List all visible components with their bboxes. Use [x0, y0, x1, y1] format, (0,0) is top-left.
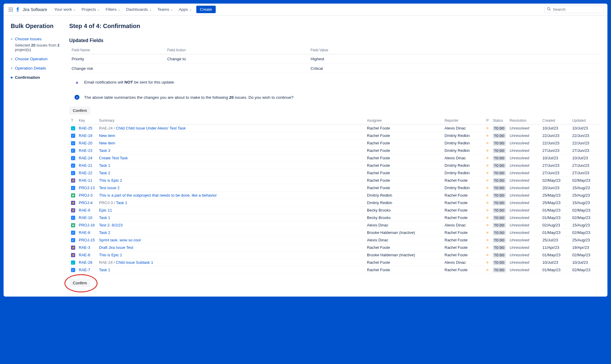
chevron-down-icon: ⌄	[189, 8, 192, 11]
svg-point-4	[10, 9, 11, 10]
issue-key-link[interactable]: PROJ-4	[79, 200, 92, 205]
nav-item-teams[interactable]: Teams⌄	[155, 6, 175, 13]
issue-type-icon: ✓	[71, 216, 75, 220]
issue-row: ✓RAE-20New itemRachel FooteDmitriy Redki…	[69, 139, 600, 147]
summary-link[interactable]: Child issue Subtask 1	[116, 260, 153, 265]
issue-key-link[interactable]: RAE-7	[79, 268, 90, 272]
app-switcher-icon[interactable]	[7, 6, 14, 13]
issue-key-link[interactable]: RAE-23	[79, 148, 92, 153]
issue-type-icon: ■	[71, 193, 75, 198]
issue-type-icon: ⚡	[71, 201, 75, 205]
summary-link[interactable]: This is a part of the subproject that ne…	[99, 193, 217, 198]
issue-key-link[interactable]: RAE-9	[79, 208, 90, 212]
svg-point-0	[9, 7, 10, 8]
summary-link[interactable]: Task 2	[99, 230, 110, 235]
issue-key-link[interactable]: PROJ-13	[79, 186, 95, 190]
status-badge: TO DO	[493, 178, 506, 183]
summary-link[interactable]: Task 1	[99, 215, 110, 220]
summary-link[interactable]: Test 2- 8/2/23	[99, 223, 123, 227]
priority-icon: ≡	[486, 126, 489, 130]
confirm-button-top[interactable]: Confirm	[69, 107, 90, 115]
summary-link[interactable]: Draft Jira Issue Test	[99, 245, 133, 250]
col-assignee[interactable]: Assignee	[365, 117, 443, 124]
step-choose-operation[interactable]: Choose Operation	[11, 57, 69, 61]
issue-key-link[interactable]: RAE-3	[79, 245, 90, 250]
issue-key-link[interactable]: RAE-26	[79, 260, 92, 265]
issue-key-link[interactable]: RAE-6	[79, 253, 90, 257]
col-summary[interactable]: Summary	[97, 117, 365, 124]
step-operation-details[interactable]: Operation Details	[11, 66, 69, 70]
summary-link[interactable]: Task 1	[116, 200, 127, 205]
summary-link[interactable]: This is Epic 1	[99, 253, 122, 257]
issue-key-link[interactable]: RAE-22	[79, 171, 92, 175]
issue-key-link[interactable]: RAE-20	[79, 141, 92, 145]
summary-link[interactable]: Task 3	[99, 148, 110, 153]
issue-key-link[interactable]: PROJ-3	[79, 193, 92, 198]
search-box[interactable]	[544, 6, 604, 13]
status-badge: TO DO	[493, 156, 506, 161]
nav-item-apps[interactable]: Apps⌄	[176, 6, 194, 13]
summary-link[interactable]: Create Test Task	[99, 156, 128, 160]
step-choose-issues[interactable]: Choose IssuesSelected 20 issues from 2 p…	[11, 37, 69, 52]
summary-link[interactable]: Child Child Issue Under Alexis' Test Tas…	[116, 126, 186, 130]
col-priority[interactable]: P	[485, 117, 491, 124]
nav-item-your-work[interactable]: Your work⌄	[52, 6, 78, 13]
summary-link[interactable]: Sprint task, wow so cool	[99, 238, 141, 242]
col-updated[interactable]: Updated	[570, 117, 600, 124]
summary-link[interactable]: New item	[99, 141, 115, 145]
issue-key-link[interactable]: RAE-25	[79, 126, 92, 130]
summary-link[interactable]: Task 2	[99, 171, 110, 175]
issue-row: ✓RAE-24Create Test TaskRachel FooteAlexi…	[69, 154, 600, 162]
summary-link[interactable]: This is Epic 2	[99, 178, 122, 183]
issue-key-link[interactable]: RAE-19	[79, 133, 92, 138]
priority-icon: ≡	[486, 200, 489, 205]
col-type[interactable]: T	[69, 117, 77, 124]
issue-key-link[interactable]: RAE-8	[79, 230, 90, 235]
col-created[interactable]: Created	[541, 117, 570, 124]
status-badge: TO DO	[493, 200, 506, 205]
col-key[interactable]: Key	[77, 117, 97, 124]
priority-icon: ≡	[486, 148, 489, 153]
summary-link[interactable]: Epic 11	[99, 208, 112, 212]
nav-item-filters[interactable]: Filters⌄	[103, 6, 123, 13]
nav-item-dashboards[interactable]: Dashboards⌄	[124, 6, 154, 13]
issue-type-icon: ⚡	[71, 178, 75, 183]
issue-type-icon: ⚡	[71, 253, 75, 257]
svg-point-8	[12, 10, 13, 11]
issue-key-link[interactable]: RAE-11	[79, 178, 92, 183]
status-badge: TO DO	[493, 238, 506, 243]
priority-icon: ≡	[486, 215, 489, 220]
issue-type-icon: ✓	[71, 156, 75, 160]
issue-row: ⚡RAE-6This is Epic 1Brooke Haldeman (Ina…	[69, 251, 600, 259]
field-row: Change riskCritical	[69, 64, 600, 73]
issue-key-link[interactable]: RAE-21	[79, 163, 92, 168]
confirm-button-bottom[interactable]: Confirm	[69, 279, 90, 287]
issue-key-link[interactable]: RAE-24	[79, 156, 92, 160]
svg-point-7	[10, 10, 11, 11]
summary-link[interactable]: Test issue 2	[99, 186, 120, 190]
search-input[interactable]	[553, 7, 601, 12]
col-reporter[interactable]: Reporter	[443, 117, 485, 124]
info-text: The above table summarizes the changes y…	[84, 95, 294, 100]
priority-icon: ≡	[486, 186, 489, 190]
col-status[interactable]: Status	[491, 117, 508, 124]
issue-type-icon: ✓	[71, 186, 75, 190]
svg-point-1	[10, 7, 11, 8]
issue-key-link[interactable]: PROJ-15	[79, 238, 95, 242]
page-title: Step 4 of 4: Confirmation	[69, 23, 600, 30]
col-resolution[interactable]: Resolution	[508, 117, 541, 124]
svg-point-2	[12, 7, 13, 8]
issue-key-link[interactable]: PROJ-18	[79, 223, 95, 227]
issue-row: ■PROJ-18Test 2- 8/2/23Alexis DinacAlexis…	[69, 221, 600, 229]
summary-link[interactable]: Task 1	[99, 268, 110, 272]
issue-key-link[interactable]: RAE-10	[79, 215, 92, 220]
nav-item-projects[interactable]: Projects⌄	[79, 6, 102, 13]
summary-link[interactable]: Task 1	[99, 163, 110, 168]
jira-logo[interactable]: Jira Software	[16, 7, 47, 13]
issue-type-icon: ⚡	[71, 246, 75, 250]
status-badge: TO DO	[493, 223, 506, 228]
status-badge: TO DO	[493, 148, 506, 153]
create-button[interactable]: Create	[196, 6, 216, 13]
summary-link[interactable]: New item	[99, 133, 115, 138]
info-icon: i	[74, 95, 80, 100]
